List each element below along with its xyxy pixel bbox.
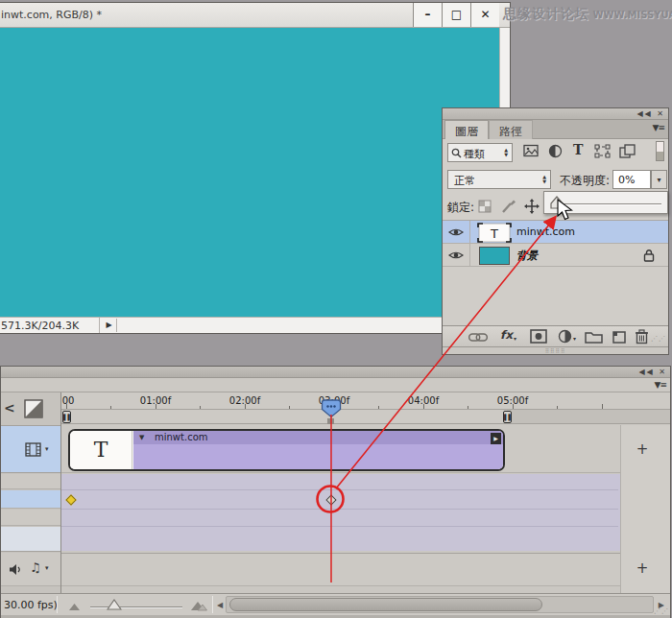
- tab-layers[interactable]: 圖層: [444, 120, 489, 139]
- layer-style-fx-icon[interactable]: fx: [500, 328, 513, 342]
- panel-close-icon[interactable]: ✕: [659, 368, 667, 376]
- blend-mode-select[interactable]: 正常 ▲▼: [447, 170, 551, 189]
- filter-pixel-layers-icon[interactable]: [523, 144, 540, 158]
- timeline-ruler[interactable]: 00 01:00f 02:00f 03:00f 04:00f 05:00f: [61, 392, 670, 410]
- layers-panel-toolbar: fx ▾ ▾ ⋰⋰: [443, 325, 668, 346]
- audio-mute-speaker-icon[interactable]: [9, 563, 21, 576]
- panel-resize-handle[interactable]: ⠿⠿⠿⠿: [443, 346, 668, 354]
- video-track-header[interactable]: ▾: [1, 425, 60, 473]
- svg-text:T: T: [490, 226, 498, 240]
- property-row: [1, 527, 60, 552]
- panel-resize-grip[interactable]: ⋰⋰: [651, 335, 666, 343]
- timeline-statusbar: 30.00 fps) ◀ ▶ ⋰⋰: [1, 593, 670, 615]
- document-canvas[interactable]: [0, 28, 500, 319]
- panel-collapse-icon[interactable]: ◀◀: [636, 109, 652, 118]
- minimize-button[interactable]: –: [413, 3, 442, 27]
- zoom-out-icon[interactable]: [68, 603, 81, 611]
- opacity-label: 不透明度:: [560, 173, 610, 189]
- add-video-track-button[interactable]: +: [633, 440, 652, 459]
- layers-panel-tabs: 圖層 路徑 ▼≡: [443, 120, 668, 139]
- blend-mode-value: 正常: [454, 174, 475, 188]
- property-lanes: [61, 474, 670, 551]
- zoom-in-icon[interactable]: [190, 601, 207, 611]
- add-layer-mask-icon[interactable]: [530, 329, 547, 344]
- background-layer-thumbnail: [479, 247, 510, 265]
- panel-menu-icon[interactable]: ▼≡: [653, 123, 664, 132]
- adjustment-layer-icon[interactable]: [558, 329, 572, 344]
- video-track-lane: T minwt.com ▼ ▶: [61, 425, 620, 473]
- music-note-icon[interactable]: ♫: [30, 560, 41, 575]
- transition-icon[interactable]: [24, 399, 43, 418]
- ruler-label: 00: [62, 395, 75, 406]
- work-area-bar: ▌▌ ▌▌: [61, 410, 670, 424]
- timeline-zoom-track[interactable]: [90, 606, 182, 608]
- opacity-slider-popup: [543, 191, 668, 214]
- add-audio-track-button[interactable]: +: [633, 559, 652, 578]
- property-row: [1, 474, 60, 489]
- opacity-slider-handle[interactable]: [549, 196, 564, 209]
- timeline-clip[interactable]: T minwt.com ▼ ▶: [68, 429, 505, 471]
- opacity-dropdown-button[interactable]: ▾: [651, 170, 667, 189]
- delete-layer-trash-icon[interactable]: [635, 329, 649, 345]
- layer-row-background[interactable]: 背景: [443, 244, 668, 267]
- opacity-input[interactable]: 0%: [612, 170, 651, 189]
- link-layers-icon[interactable]: [468, 333, 488, 342]
- layer-name: 背景: [516, 249, 538, 263]
- clip-disclosure-triangle[interactable]: ▼: [139, 434, 144, 441]
- collapse-controls-chevron[interactable]: <: [4, 400, 15, 416]
- new-group-folder-icon[interactable]: [585, 329, 603, 344]
- layers-panel: ◀◀ ✕ 圖層 路徑 ▼≡ 種類 ▲▼ T 正常: [442, 107, 669, 355]
- timeline-scrollbar[interactable]: [226, 596, 654, 613]
- add-track-column: + +: [620, 425, 670, 593]
- file-size-zone: 571.3K/204.3K: [0, 318, 100, 333]
- panel-collapse-icon[interactable]: ◀◀: [638, 368, 654, 376]
- layer-row-minwt[interactable]: T minwt.com: [443, 221, 668, 244]
- track-dropdown-caret[interactable]: ▾: [45, 445, 49, 453]
- timeline-menu-icon[interactable]: ▼≡: [655, 380, 666, 390]
- timeline-resize-grip: ⋰⋰: [654, 607, 669, 615]
- filmstrip-icon: [25, 442, 41, 457]
- clip-end-arrow[interactable]: ▶: [491, 433, 501, 444]
- layers-list: T minwt.com 背景: [443, 220, 668, 325]
- filter-shape-icon[interactable]: [594, 144, 611, 158]
- visibility-eye-icon[interactable]: [448, 226, 464, 238]
- blend-row: 正常 ▲▼ 不透明度: 0% ▾: [443, 168, 668, 193]
- panel-close-icon[interactable]: ✕: [657, 109, 665, 118]
- new-layer-icon[interactable]: [612, 329, 627, 344]
- property-row-opacity-selected[interactable]: [1, 490, 60, 509]
- property-row: [1, 510, 60, 526]
- timeline-topbar: ◀◀ ✕: [1, 367, 670, 378]
- work-area-end-handle[interactable]: ▌▌: [503, 411, 512, 423]
- filter-toggle-switch[interactable]: [656, 141, 664, 161]
- filter-kind-select[interactable]: 種類 ▲▼: [447, 143, 513, 162]
- file-size-text: 571.3K/204.3K: [1, 320, 79, 332]
- close-button[interactable]: ✕: [470, 3, 499, 27]
- scroll-left-arrow[interactable]: ◀: [217, 601, 223, 609]
- audio-dropdown-caret[interactable]: ▾: [45, 564, 49, 572]
- tab-paths[interactable]: 路徑: [489, 120, 533, 139]
- work-area-start-handle[interactable]: ▌▌: [62, 411, 71, 423]
- layer-filter-row: 種類 ▲▼ T: [443, 139, 668, 165]
- lock-transparency-icon[interactable]: [478, 200, 492, 214]
- filter-type-icon[interactable]: T: [573, 142, 583, 157]
- lock-position-move-icon[interactable]: [524, 199, 540, 214]
- status-arrow-button[interactable]: ▶: [102, 319, 117, 332]
- clip-label: minwt.com: [133, 431, 503, 444]
- lock-pixels-brush-icon[interactable]: [500, 199, 516, 214]
- timeline-left-column: < ▾ ♫ ▾: [1, 392, 61, 593]
- document-titlebar[interactable]: inwt.com, RGB/8) * – □ ✕: [0, 3, 510, 28]
- layer-lock-icon: [643, 249, 655, 262]
- visibility-eye-icon[interactable]: [448, 250, 464, 261]
- opacity-slider-track[interactable]: [552, 203, 661, 205]
- filter-smart-object-icon[interactable]: [619, 144, 636, 158]
- timeline-zoom-handle[interactable]: [107, 599, 122, 610]
- timeline-menurow: ▼≡: [1, 378, 670, 392]
- filter-adjustment-icon[interactable]: [548, 144, 563, 158]
- timeline-panel: ◀◀ ✕ ▼≡ < ▾ ♫ ▾ 00: [0, 366, 671, 618]
- adjustment-dropdown-caret: ▾: [573, 335, 576, 342]
- audio-track-header[interactable]: ♫ ▾: [1, 553, 60, 586]
- maximize-button[interactable]: □: [442, 3, 470, 27]
- layers-panel-topbar: ◀◀ ✕: [443, 108, 668, 120]
- timeline-scrollbar-thumb[interactable]: [229, 598, 542, 611]
- playhead-notch: [327, 418, 334, 424]
